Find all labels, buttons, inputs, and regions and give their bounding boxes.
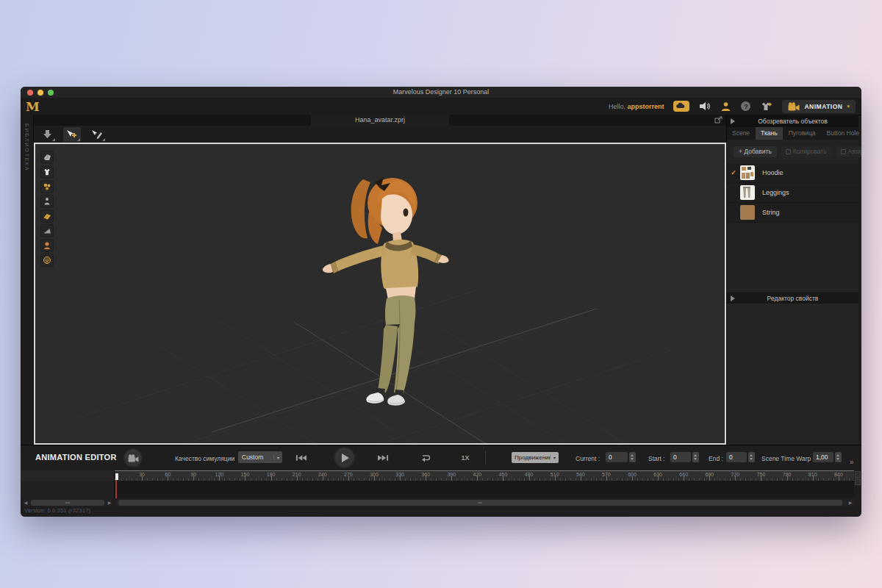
show-seams-button[interactable] <box>40 180 54 193</box>
start-frame-stepper[interactable] <box>692 452 699 462</box>
tab-fabric[interactable]: Ткань <box>756 127 783 140</box>
timeline-scroll-up-button[interactable] <box>855 471 861 478</box>
go-to-end-button[interactable] <box>375 452 391 464</box>
globe-mesh-icon <box>43 256 51 265</box>
fabric-list-item[interactable]: ✓ String <box>727 203 858 223</box>
animation-mode-label: ANIMATION <box>804 103 842 110</box>
library-sidebar[interactable]: БИБЛИОТЕКА <box>21 115 34 445</box>
current-frame-stepper[interactable] <box>629 452 636 462</box>
tab-button[interactable]: Пуговица <box>784 127 821 140</box>
cloud-sync-button[interactable] <box>673 101 689 112</box>
playhead-line[interactable] <box>115 481 117 498</box>
document-tab[interactable]: Hana_avatar.zprj <box>311 115 449 126</box>
window-title: Marvelous Designer 10 Personal <box>21 88 861 96</box>
fabric-thumbnail <box>740 185 755 200</box>
timeline-scrollbar[interactable]: ▶ <box>115 499 854 506</box>
viewport-display-toolbar <box>40 151 54 267</box>
track-list-area <box>21 481 115 498</box>
move-tool-button[interactable] <box>63 127 81 142</box>
fabric-list-item[interactable]: ✓ Leggings <box>727 183 858 203</box>
pen-tool-button[interactable] <box>88 127 106 142</box>
object-browser-header: Обозреватель объектов <box>727 115 858 127</box>
help-button[interactable]: ? <box>741 101 750 111</box>
fold-fabric-button[interactable] <box>40 209 54 223</box>
show-pins-button[interactable] <box>40 195 54 208</box>
sound-button[interactable] <box>699 101 711 111</box>
timeline-tick-label: 390 <box>447 472 456 477</box>
new-cloth-button[interactable] <box>760 101 772 112</box>
account-button[interactable] <box>720 101 731 112</box>
scrollbar-left-icon[interactable]: ◀ <box>22 499 29 506</box>
app-window: Marvelous Designer 10 Personal M Hello, … <box>21 87 861 517</box>
start-frame-input[interactable]: 0 <box>670 452 691 462</box>
tshirt-icon <box>43 168 51 176</box>
wireframe-globe-button[interactable] <box>40 254 54 267</box>
current-frame-input[interactable]: 0 <box>606 452 628 462</box>
show-cloth-button[interactable] <box>40 151 54 164</box>
timeline-ruler[interactable]: 3060901201501802102402703003303603904204… <box>115 470 854 481</box>
topbar-right-cluster: Hello, appstorrent ? ANIMATION ▾ <box>609 100 861 113</box>
scene-canvas[interactable] <box>35 144 725 443</box>
copy-icon <box>786 149 791 154</box>
3d-viewport[interactable] <box>34 143 726 445</box>
timeline-tick-label: 330 <box>395 472 404 477</box>
assign-fabric-button[interactable]: Assign <box>836 146 861 157</box>
gizmo-dropdown-button[interactable] <box>38 127 56 142</box>
expand-controls-icon[interactable]: » <box>850 458 854 466</box>
advance-mode-dropdown[interactable]: Продвижение к ▾ <box>512 452 559 463</box>
fabric-wedge-button[interactable] <box>40 224 54 237</box>
advance-mode-label: Продвижение к <box>512 454 550 461</box>
mode-caret-icon: ▾ <box>847 104 850 110</box>
timeline-scroll-down-button[interactable] <box>855 478 861 485</box>
loop-button[interactable] <box>417 452 434 464</box>
shirt-sparkle-icon <box>760 101 772 112</box>
fabric-name: String <box>762 209 780 216</box>
scene-time-warp-stepper[interactable] <box>835 452 842 462</box>
timeline-tick-label: 510 <box>551 472 559 477</box>
assign-fabric-label: Assign <box>848 148 861 155</box>
detach-view-button[interactable] <box>714 116 723 123</box>
show-avatar-button[interactable] <box>40 239 54 252</box>
simulation-quality-dropdown[interactable]: Custom ▾ <box>238 451 282 463</box>
record-button[interactable] <box>123 448 143 467</box>
scene-time-warp-input[interactable]: 1,00 <box>813 452 833 462</box>
speaker-icon <box>699 101 711 111</box>
timeline-tick-label: 660 <box>679 472 688 477</box>
copy-fabric-button[interactable]: Копировать <box>781 146 832 157</box>
folded-fabric-icon <box>43 212 51 220</box>
tab-buttonhole[interactable]: Button Hole <box>822 127 861 140</box>
fabric-list: ✓ Hoodie ✓ Leggings ✓ String <box>727 163 858 223</box>
avatar-character[interactable] <box>323 177 449 406</box>
go-to-start-button[interactable] <box>293 452 309 464</box>
tab-scene[interactable]: Scene <box>727 127 755 140</box>
start-frame-label: Start : <box>648 455 665 462</box>
end-frame-input[interactable]: 0 <box>726 452 747 462</box>
property-editor-body <box>727 304 858 445</box>
collapse-panel-icon[interactable] <box>731 295 735 301</box>
timeline-tick-label: 150 <box>241 472 250 477</box>
fabric-list-item[interactable]: ✓ Hoodie <box>727 163 858 183</box>
timeline-tick-label: 210 <box>293 472 301 477</box>
add-fabric-button[interactable]: + Добавить <box>734 146 777 157</box>
playback-speed-button[interactable]: 1X <box>457 452 473 464</box>
animation-editor-title: ANIMATION EDITOR <box>35 453 117 462</box>
detach-window-icon <box>714 116 723 123</box>
skip-to-start-icon <box>295 454 306 462</box>
end-frame-stepper[interactable] <box>748 452 755 462</box>
username: appstorrent <box>627 103 664 110</box>
scrollbar-grip <box>65 502 70 503</box>
object-browser-tabs: Scene Ткань Пуговица Button Hole ◀ ▶ <box>727 127 858 140</box>
play-button[interactable] <box>334 447 355 468</box>
scrollbar-right-icon[interactable]: ▶ <box>847 499 854 506</box>
animation-mode-button[interactable]: ANIMATION ▾ <box>782 100 856 113</box>
timeline-tick-label: 720 <box>731 472 740 477</box>
timeline-track-area[interactable] <box>115 481 854 498</box>
controls-divider <box>485 451 486 465</box>
scrollbar-right-icon[interactable]: ▶ <box>106 499 113 506</box>
playhead-marker[interactable] <box>115 473 118 480</box>
app-logo: M <box>26 98 40 115</box>
collapse-panel-icon[interactable] <box>731 118 735 124</box>
track-list-scrollbar[interactable]: ◀ ▶ <box>22 499 113 506</box>
show-garment-button[interactable] <box>40 165 54 179</box>
timeline-tick-label: 60 <box>165 472 171 477</box>
